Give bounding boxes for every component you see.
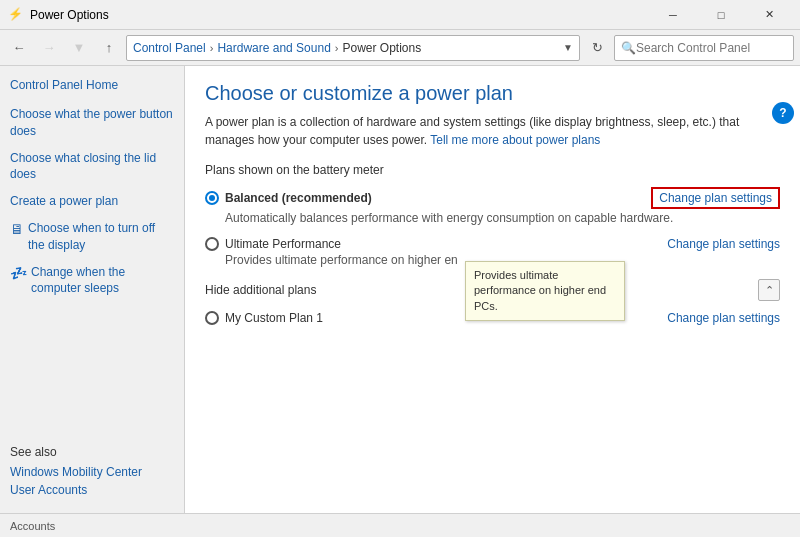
status-bar: Accounts [0,513,800,537]
sidebar: Control Panel Home Choose what the power… [0,66,185,513]
back-button[interactable]: ← [6,35,32,61]
maximize-button[interactable]: □ [698,0,744,30]
page-title: Choose or customize a power plan [205,82,780,105]
plan-name-ultimate: Ultimate Performance [225,237,341,251]
title-bar: ⚡ Power Options ─ □ ✕ [0,0,800,30]
plan-name-custom: My Custom Plan 1 [225,311,323,325]
sidebar-see-also-label: See also [10,445,174,459]
plan-radio-ultimate[interactable] [205,237,219,251]
window-title: Power Options [30,8,650,22]
breadcrumb-sep-2: › [335,42,339,54]
help-button[interactable]: ? [772,102,794,124]
sidebar-mobility-center-link[interactable]: Windows Mobility Center [10,465,174,479]
plan-radio-custom[interactable] [205,311,219,325]
plan-desc-balanced: Automatically balances performance with … [225,211,780,225]
address-bar: ← → ▼ ↑ Control Panel › Hardware and Sou… [0,30,800,66]
plan-radio-label-custom[interactable]: My Custom Plan 1 [205,311,323,325]
change-plan-link-balanced[interactable]: Change plan settings [651,187,780,209]
recent-button[interactable]: ▼ [66,35,92,61]
section-label: Plans shown on the battery meter [205,163,780,177]
minimize-button[interactable]: ─ [650,0,696,30]
plan-item-balanced: Balanced (recommended) Change plan setti… [205,187,780,225]
hide-plans-label: Hide additional plans [205,283,316,297]
breadcrumb-sep-1: › [210,42,214,54]
content-area: ? Choose or customize a power plan A pow… [185,66,800,513]
more-about-plans-link[interactable]: Tell me more about power plans [430,133,600,147]
close-button[interactable]: ✕ [746,0,792,30]
breadcrumb-current: Power Options [342,41,421,55]
breadcrumb-control-panel[interactable]: Control Panel [133,41,206,55]
change-plan-link-custom[interactable]: Change plan settings [667,311,780,325]
main-container: Control Panel Home Choose what the power… [0,66,800,513]
window-controls: ─ □ ✕ [650,0,792,30]
breadcrumb-hardware-sound[interactable]: Hardware and Sound [217,41,330,55]
status-text: Accounts [10,520,55,532]
search-box: 🔍 [614,35,794,61]
breadcrumb-bar: Control Panel › Hardware and Sound › Pow… [126,35,580,61]
sidebar-link-closing-lid[interactable]: Choose what closing the lid does [10,150,174,184]
sidebar-user-accounts-link[interactable]: User Accounts [10,483,174,497]
sidebar-link-turn-off-display[interactable]: 🖥 Choose when to turn off the display [10,220,174,254]
plan-radio-label-ultimate[interactable]: Ultimate Performance [205,237,341,251]
monitor-icon: 🖥 [10,220,24,240]
plan-radio-balanced[interactable] [205,191,219,205]
tooltip-ultimate: Provides ultimate performance on higher … [465,261,625,321]
search-icon: 🔍 [621,41,636,55]
change-plan-link-ultimate[interactable]: Change plan settings [667,237,780,251]
forward-button[interactable]: → [36,35,62,61]
search-input[interactable] [636,41,787,55]
plan-radio-label-balanced[interactable]: Balanced (recommended) [205,191,372,205]
window-icon: ⚡ [8,7,24,23]
plan-header-ultimate: Ultimate Performance Change plan setting… [205,237,780,251]
up-button[interactable]: ↑ [96,35,122,61]
content-description: A power plan is a collection of hardware… [205,113,780,149]
sidebar-link-create-plan[interactable]: Create a power plan [10,193,174,210]
refresh-button[interactable]: ↻ [584,35,610,61]
plan-header-balanced: Balanced (recommended) Change plan setti… [205,187,780,209]
sidebar-link-sleep[interactable]: 💤 Change when the computer sleeps [10,264,174,298]
sleep-icon: 💤 [10,264,27,284]
plan-name-balanced: Balanced (recommended) [225,191,372,205]
sidebar-spacer [10,307,174,445]
sidebar-home-link[interactable]: Control Panel Home [10,78,174,92]
collapse-plans-button[interactable]: ⌃ [758,279,780,301]
breadcrumb-dropdown-icon[interactable]: ▼ [563,42,573,53]
sidebar-link-power-button[interactable]: Choose what the power button does [10,106,174,140]
